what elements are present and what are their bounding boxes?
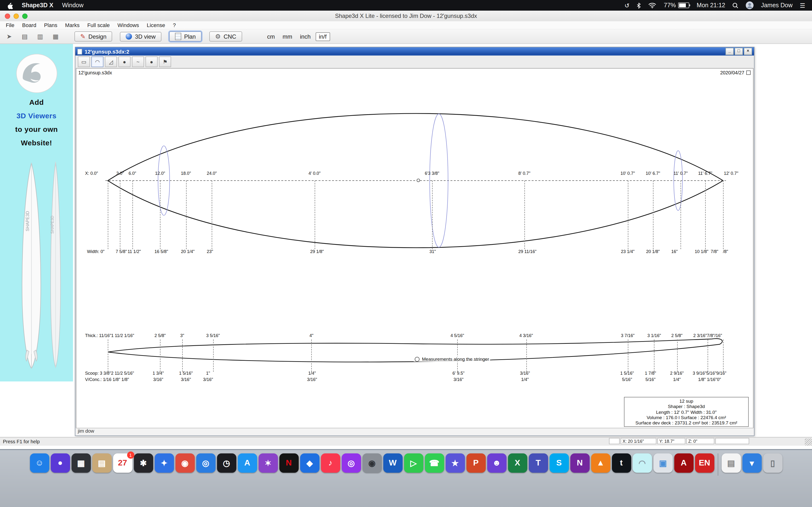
dock-icon-textedit[interactable]: ▤ [721,453,741,473]
dock-icon-netflix[interactable]: N [279,453,298,473]
dock-icon-chrome[interactable]: ◉ [175,453,195,473]
unit-inch[interactable]: inch [297,33,313,40]
dock-icon-preview[interactable]: ▣ [653,453,672,473]
coordinate-field: X: 20 1/16" [621,438,656,444]
apple-menu-icon[interactable] [7,2,13,9]
station-tick [311,339,312,372]
zoom-button[interactable] [22,13,28,19]
app-menu-item[interactable]: Marks [61,22,83,28]
dock-icon-onenote[interactable]: N [570,453,590,473]
menubar-clock[interactable]: Mon 21:12 [697,2,725,9]
dock-icon-launchpad[interactable]: ▦ [71,453,91,473]
bottom-view-button[interactable]: ● [146,56,158,67]
dock-app-glyph: ▾ [750,458,754,468]
doc-minimize-button[interactable]: _ [725,48,734,55]
board-info-line: Surface dev deck : 23731.2 cm² bot : 235… [625,420,748,426]
close-button[interactable] [5,13,10,19]
dock-app-glyph: A [681,458,687,468]
app-menu-item[interactable]: File [2,22,18,28]
menubar-app-name[interactable]: Shape3D X [22,2,53,9]
profile-panel-button[interactable]: ◠ [91,56,103,67]
slice-panel-button[interactable]: ◿ [105,56,117,67]
resize-grip[interactable] [805,439,812,446]
dock-icon-star-app[interactable]: ★ [445,453,465,473]
dock-icon-safari[interactable]: ✦ [154,453,174,473]
dock-app-glyph: S [556,458,562,468]
board-center-marker[interactable] [417,179,420,182]
plan-button[interactable]: Plan [169,32,202,42]
design-button[interactable]: ✎ Design [74,32,112,42]
unit-cm[interactable]: cm [264,33,278,40]
dock-icon-google-earth[interactable]: ◎ [196,453,215,473]
spotlight-icon[interactable] [732,2,739,8]
user-avatar[interactable] [746,1,754,9]
outline-tool-icon[interactable]: ▤ [19,31,30,42]
dock-app-glyph: ◠ [639,458,646,468]
dock-app-glyph: ▯ [770,458,775,468]
doc-close-button[interactable]: × [744,48,752,55]
dock-icon-en-app[interactable]: EN [695,453,714,473]
minimize-button[interactable] [13,13,19,19]
user-name[interactable]: James Dow [761,2,793,9]
pointer-tool-icon[interactable]: ➤ [4,31,14,42]
cnc-button[interactable]: ⚙ CNC [209,32,242,42]
dock-icon-powerpoint[interactable]: P [466,453,486,473]
dock-icon-contacts[interactable]: ▤ [92,453,111,473]
3d-view-button[interactable]: 3D view [120,32,161,41]
dock-icon-excel[interactable]: X [508,453,527,473]
svg-text:SHAPE3D: SHAPE3D [25,211,30,231]
dock-icon-vlc[interactable]: ▲ [591,453,610,473]
dock-icon-shortcuts[interactable]: ✶ [258,453,278,473]
dock-icon-downloads[interactable]: ▾ [742,453,761,473]
wifi-icon[interactable] [648,2,657,8]
app-menu-item[interactable]: Plans [40,22,61,28]
dock-icon-twitter[interactable]: t [612,453,631,473]
dock-icon-teams[interactable]: T [528,453,548,473]
board-data-tool-icon[interactable]: ▦ [50,31,61,42]
app-menu-item[interactable]: Full scale [83,22,114,28]
history-icon[interactable]: ↺ [624,2,629,9]
dock-icon-siri[interactable]: ● [51,453,70,473]
copy-tool-icon[interactable]: ▥ [35,31,45,42]
app-menu-item[interactable]: ? [169,22,180,28]
dock-icon-facetime[interactable]: ▷ [404,453,423,473]
unit-inf[interactable]: in/f [315,32,330,41]
stringer-radio-icon[interactable] [415,356,419,361]
dock-icon-skype[interactable]: S [549,453,569,473]
dock-icon-word[interactable]: W [383,453,402,473]
dock-icon-app-store[interactable]: A [238,453,257,473]
dock-app-glyph: ♪ [328,458,333,468]
dock-icon-calendar[interactable]: 27 1 [113,453,132,473]
measurements-button[interactable]: ⚑ [159,56,171,67]
plan-view-canvas[interactable]: 12'gunsup.s3dx 2020/04/27 X: 0.0" [76,68,754,428]
bluetooth-icon[interactable] [637,2,641,8]
dock-icon-camera[interactable]: ◉ [362,453,382,473]
dock-icon-shape3d[interactable]: ◠ [632,453,652,473]
battery-indicator[interactable]: 77% [664,2,690,9]
app-menu-item[interactable]: Windows [114,22,143,28]
unit-mm[interactable]: mm [280,33,295,40]
dock-icon-podcasts[interactable]: ◎ [342,453,361,473]
notification-badge: 1 [127,451,134,459]
menubar-item-window[interactable]: Window [62,2,84,9]
dock-icon-phone[interactable]: ☎ [424,453,444,473]
dock-icon-mask-app[interactable]: ☻ [487,453,506,473]
dock-icon-acrobat[interactable]: A [674,453,693,473]
app-menu-item[interactable]: Board [18,22,40,28]
document-titlebar[interactable]: 12'gunsup.s3dx:2 _ □ × [75,47,754,56]
dock-icon-finder[interactable]: ☺ [30,453,49,473]
app-menu-item[interactable]: License [143,22,169,28]
main-toolbar: ➤▤▥▦ ✎ Design 3D view Plan ⚙ CNC cmmminc… [0,30,812,44]
rocker-view-button[interactable]: ~ [132,56,144,67]
deck-view-button[interactable]: ● [118,56,131,67]
stringer-measurement-note: Measurements along the stringer [414,356,490,362]
doc-maximize-button[interactable]: □ [735,48,743,55]
dock-icon-trash[interactable]: ▯ [763,453,782,473]
dock-icon-music[interactable]: ♪ [321,453,340,473]
dock-icon-clock[interactable]: ◷ [217,453,236,473]
dock-icon-photos[interactable]: ✱ [134,453,153,473]
plan-page-icon [175,33,181,40]
outline-panel-button[interactable]: ▭ [78,56,90,67]
dock-icon-mail[interactable]: ◆ [300,453,319,473]
menubar-list-icon[interactable]: ☰ [800,2,805,9]
